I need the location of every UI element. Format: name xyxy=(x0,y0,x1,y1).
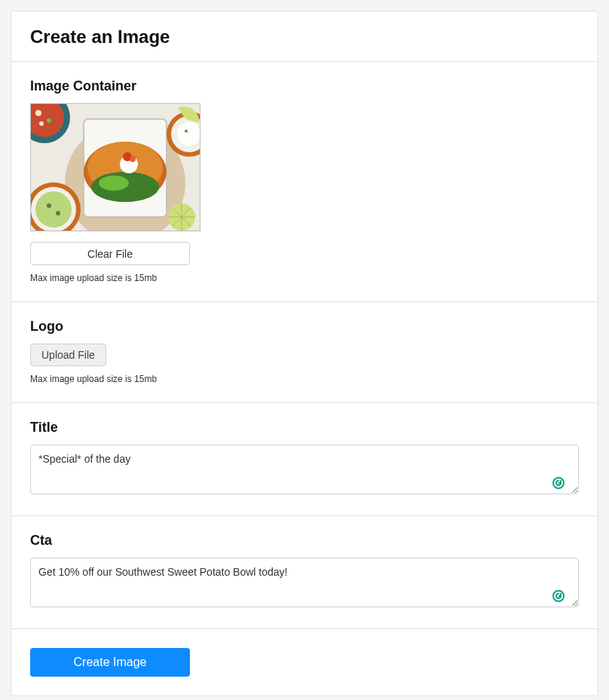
food-photo-icon xyxy=(31,104,200,231)
svg-point-18 xyxy=(47,203,51,208)
form-header: Create an Image xyxy=(11,11,598,62)
grammarly-icon[interactable] xyxy=(552,589,565,603)
form-footer: Create Image xyxy=(11,629,598,695)
svg-point-13 xyxy=(47,118,51,123)
svg-point-17 xyxy=(35,191,72,228)
grammarly-icon[interactable] xyxy=(552,476,565,490)
svg-point-19 xyxy=(56,211,60,216)
image-helper-text: Max image upload size is 15mb xyxy=(30,273,579,283)
logo-helper-text: Max image upload size is 15mb xyxy=(30,374,579,384)
cta-input[interactable] xyxy=(30,558,579,607)
page-title: Create an Image xyxy=(30,26,579,47)
title-label: Title xyxy=(30,420,579,436)
cta-section: Cta xyxy=(11,516,598,629)
create-image-form: Create an Image Image Container xyxy=(11,11,598,696)
title-input[interactable] xyxy=(30,445,579,494)
upload-file-button[interactable]: Upload File xyxy=(30,344,106,366)
svg-point-23 xyxy=(185,130,188,133)
svg-point-9 xyxy=(130,156,136,162)
logo-label: Logo xyxy=(30,319,579,335)
image-preview[interactable] xyxy=(30,103,200,231)
cta-label: Cta xyxy=(30,533,579,549)
logo-section: Logo Upload File Max image upload size i… xyxy=(11,302,598,403)
title-section: Title xyxy=(11,403,598,516)
image-container-section: Image Container xyxy=(11,62,598,302)
image-container-label: Image Container xyxy=(30,78,579,94)
svg-point-12 xyxy=(35,110,41,116)
clear-file-button[interactable]: Clear File xyxy=(30,242,190,265)
svg-point-14 xyxy=(39,121,44,126)
create-image-button[interactable]: Create Image xyxy=(30,648,190,677)
svg-point-6 xyxy=(99,176,129,191)
